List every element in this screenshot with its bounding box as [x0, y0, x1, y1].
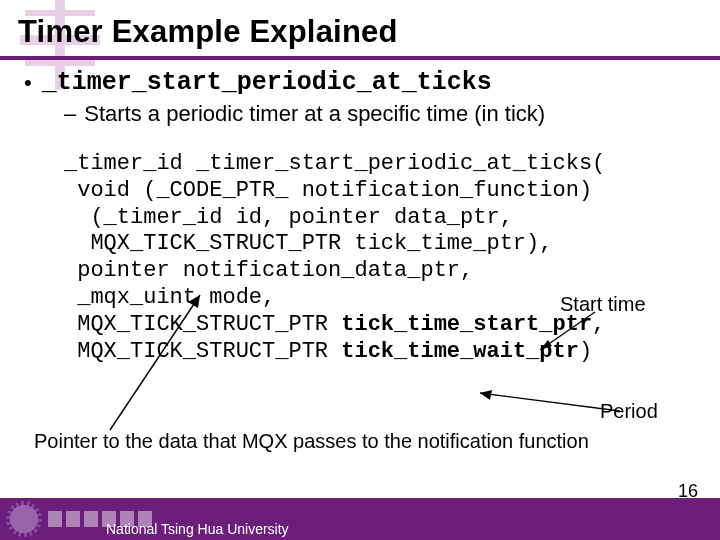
code-line-1: _timer_id _timer_start_periodic_at_ticks… [64, 151, 605, 176]
university-seal-icon [6, 501, 42, 537]
code-line-6: _mqx_uint mode, [64, 285, 275, 310]
svg-marker-3 [480, 390, 492, 400]
code-line-8a: MQX_TICK_STRUCT_PTR [64, 339, 341, 364]
code-line-7a: MQX_TICK_STRUCT_PTR [64, 312, 341, 337]
title-underline [0, 56, 720, 60]
code-line-4: MQX_TICK_STRUCT_PTR tick_time_ptr), [64, 231, 552, 256]
slide-title: Timer Example Explained [0, 0, 720, 50]
page-number: 16 [678, 481, 698, 502]
bullet-item: • _timer_start_periodic_at_ticks [24, 68, 700, 97]
function-name: _timer_start_periodic_at_ticks [42, 68, 492, 97]
university-name-chinese [48, 509, 178, 529]
code-line-8-bold: tick_time_wait_ptr [341, 339, 579, 364]
code-line-2: void (_CODE_PTR_ notification_function) [64, 178, 592, 203]
code-line-7-bold: tick_time_start_ptr [341, 312, 592, 337]
code-signature: _timer_id _timer_start_periodic_at_ticks… [24, 151, 700, 366]
sub-bullet-text: Starts a periodic timer at a specific ti… [84, 101, 545, 127]
annotation-pointer-desc: Pointer to the data that MQX passes to t… [34, 430, 589, 453]
code-line-7c: , [592, 312, 605, 337]
svg-line-2 [480, 393, 620, 411]
dash-icon: – [64, 101, 76, 127]
code-line-3: (_timer_id id, pointer data_ptr, [64, 205, 513, 230]
footer-bar: National Tsing Hua University [0, 498, 720, 540]
bullet-dot-icon: • [24, 72, 32, 94]
content-area: • _timer_start_periodic_at_ticks – Start… [0, 50, 720, 366]
code-line-8c: ) [579, 339, 592, 364]
annotation-period: Period [600, 400, 658, 423]
sub-bullet-item: – Starts a periodic timer at a specific … [24, 101, 700, 127]
code-line-5: pointer notification_data_ptr, [64, 258, 473, 283]
